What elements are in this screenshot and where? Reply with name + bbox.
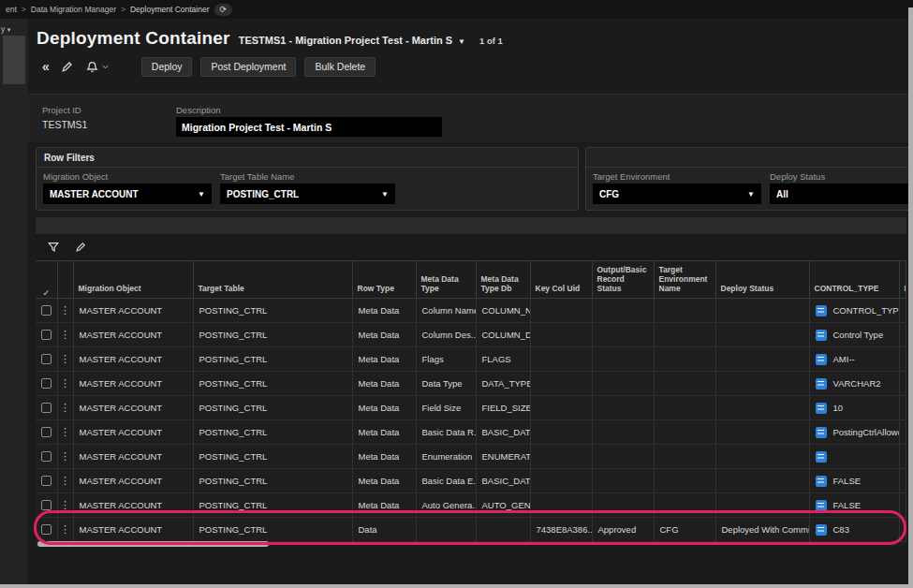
record-status-cell [592,299,654,323]
kebab-menu-icon[interactable]: ⋮ [60,304,70,316]
kebab-menu-icon[interactable]: ⋮ [60,402,70,413]
row-menu-cell: ⋮ [57,396,73,420]
row-checkbox[interactable] [41,305,52,316]
document-icon[interactable] [816,330,827,341]
control-type-value: VARCHAR2 [833,378,881,389]
kebab-menu-icon[interactable]: ⋮ [60,377,70,389]
kebab-menu-icon[interactable]: ⋮ [60,499,70,510]
row-checkbox[interactable] [41,524,52,535]
control-type-value: 10 [833,403,844,413]
breadcrumb-item-deployment-container[interactable]: Deployment Container [130,5,210,14]
kebab-menu-icon[interactable]: ⋮ [60,353,70,364]
row-checkbox[interactable] [41,330,52,340]
edit-icon[interactable] [61,61,73,73]
notifications-control[interactable] [86,61,110,73]
meta-data-type-db-cell: COLUMN_DE... [476,323,530,347]
rail-collapsed-label[interactable]: y ▾ [1,24,10,34]
migration-object-label: Migration Object [43,171,212,182]
control-type-value: FALSE [833,476,861,486]
document-icon[interactable] [816,500,827,511]
row-checkbox[interactable] [41,378,52,389]
key-col-uid-cell [530,493,592,518]
document-icon[interactable] [816,354,827,365]
meta-data-type-db-cell: ENUMERATI... [476,445,530,469]
document-icon[interactable] [816,378,827,390]
target-environment-cell [654,372,715,396]
bulk-delete-button[interactable]: Bulk Delete [304,57,376,77]
meta-data-type-db-cell: FIELD_SIZE [476,396,530,420]
target-table-cell: POSTING_CTRL [193,299,352,323]
document-icon[interactable] [816,524,827,536]
refresh-icon[interactable]: ⟳ [214,4,233,16]
key-col-uid-cell: 7438E8A386... [530,518,592,542]
kebab-menu-icon[interactable]: ⋮ [60,450,70,462]
table-row: ⋮MASTER ACCOUNTPOSTING_CTRLMeta DataBasi… [36,420,906,445]
select-all-header[interactable]: ✓ [36,261,57,299]
post-deployment-button[interactable]: Post Deployment [200,57,296,77]
bell-icon [86,61,98,73]
deploy-status-cell [715,323,809,347]
control-type-cell: Control Type [809,323,899,347]
horizontal-scrollbar-thumb[interactable] [37,541,269,547]
row-checkbox[interactable] [41,476,52,486]
column-header: Deploy Status [715,261,809,299]
row-type-cell: Meta Data [352,396,416,420]
deploy-status-cell [715,396,809,420]
record-selector[interactable]: TESTMS1 - Migration Project Test - Marti… [239,35,465,46]
row-type-cell: Meta Data [352,493,416,518]
row-type-cell: Meta Data [352,299,416,323]
row-select-cell [36,420,57,445]
document-icon[interactable] [816,305,827,316]
table-row: ⋮MASTER ACCOUNTPOSTING_CTRLMeta DataData… [36,372,906,396]
migration-object-cell: MASTER ACCOUNT [73,299,193,323]
deploy-button[interactable]: Deploy [141,57,193,77]
kebab-menu-icon[interactable]: ⋮ [60,523,70,535]
kebab-menu-icon[interactable]: ⋮ [60,426,70,437]
deploy-status-dropdown[interactable]: All [770,184,908,204]
row-checkbox[interactable] [41,451,52,462]
clipped-cell [899,323,906,347]
record-status-cell [592,396,654,420]
kebab-menu-icon[interactable]: ⋮ [60,475,70,486]
key-col-uid-cell [530,347,592,372]
meta-data-type-cell: Flags [416,347,476,372]
row-checkbox[interactable] [41,354,52,364]
button-group: Deploy Post Deployment Bulk Delete [140,57,376,77]
edit-grid-icon[interactable] [75,242,86,253]
deployment-table-card: ✓Migration ObjectTarget TableRow TypeMet… [36,217,906,547]
breadcrumb-item-parent[interactable]: ent [6,5,17,14]
document-icon[interactable] [816,403,827,414]
rail-scrollbar-thumb[interactable] [3,36,25,84]
document-icon[interactable] [816,476,827,487]
record-status-cell [592,347,654,372]
record-status-cell [592,420,654,445]
target-table-name-dropdown[interactable]: POSTING_CTRL ▼ [220,184,395,204]
breadcrumb-separator: > [22,5,26,14]
migration-object-dropdown[interactable]: MASTER ACCOUNT ▼ [43,184,212,204]
document-icon[interactable] [816,427,827,438]
breadcrumb-item-data-migration-manager[interactable]: Data Migration Manager [31,5,116,14]
row-checkbox[interactable] [41,403,52,413]
column-header: Target Environment Name [654,261,715,299]
row-checkbox[interactable] [41,427,52,437]
kebab-menu-icon[interactable]: ⋮ [60,329,70,340]
table-body: ⋮MASTER ACCOUNTPOSTING_CTRLMeta DataColu… [36,299,906,542]
row-type-cell: Meta Data [352,323,416,347]
record-status-cell [592,493,654,518]
chevron-down-icon: ▾ [7,26,11,33]
row-checkbox[interactable] [41,500,52,510]
control-type-cell: 10 [809,396,899,420]
check-icon: ✓ [42,288,50,299]
target-environment-dropdown[interactable]: CFG ▼ [593,184,761,204]
document-icon[interactable] [816,451,827,463]
target-environment-cell [654,493,715,518]
column-header: Migration Object [73,261,193,299]
collapse-icon[interactable]: « [42,59,48,74]
target-table-cell: POSTING_CTRL [193,518,352,542]
clipped-cell [899,396,906,420]
meta-data-type-db-cell: DATA_TYPE [476,372,530,396]
migration-object-cell: MASTER ACCOUNT [73,347,193,372]
table-row: ⋮MASTER ACCOUNTPOSTING_CTRLMeta DataFlag… [36,347,906,372]
filter-icon[interactable] [48,242,59,253]
description-input[interactable] [176,117,442,137]
